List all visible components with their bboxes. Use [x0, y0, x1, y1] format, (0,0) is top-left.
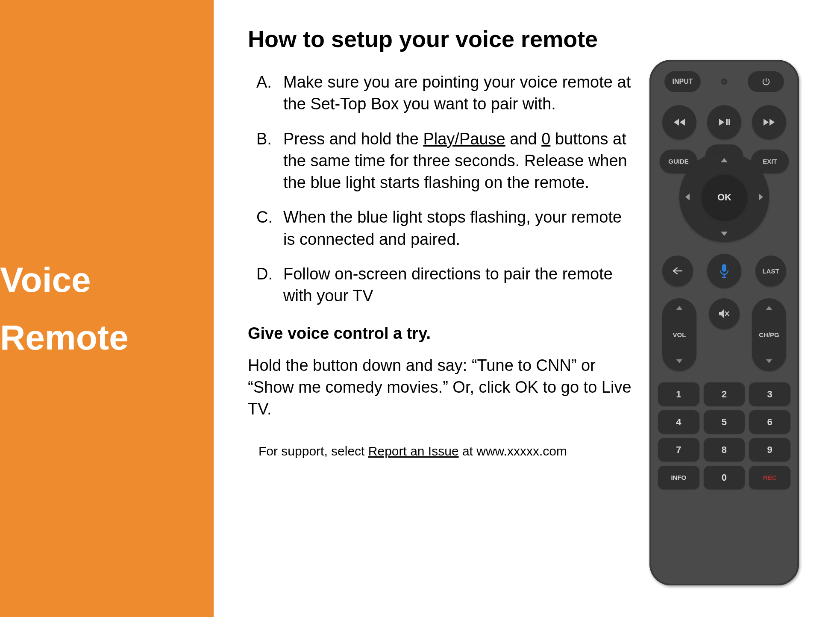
- sidebar-line-voice: Voice: [0, 251, 214, 308]
- svg-marker-2: [719, 119, 724, 126]
- num-8: 8: [704, 438, 745, 461]
- svg-rect-7: [722, 264, 726, 272]
- ch-up-icon: [766, 306, 772, 310]
- fast-forward-icon: [763, 118, 775, 126]
- rocker-row: VOL CH/PG: [658, 298, 790, 371]
- dpad-up-icon: [721, 158, 728, 162]
- num-9: 9: [749, 438, 790, 461]
- dpad-ring: OK: [679, 152, 769, 242]
- num-7: 7: [658, 438, 699, 461]
- text-column: How to setup your voice remote A. Make s…: [248, 26, 632, 604]
- info-button: INFO: [658, 466, 699, 489]
- setup-steps: A. Make sure you are pointing your voice…: [248, 71, 632, 307]
- step-marker: D.: [256, 263, 276, 307]
- sub-heading: Give voice control a try.: [248, 324, 632, 343]
- step-body: When the blue light stops flashing, your…: [283, 206, 632, 250]
- content-area: How to setup your voice remote A. Make s…: [214, 0, 840, 617]
- step-a: A. Make sure you are pointing your voice…: [248, 71, 632, 115]
- channel-rocker: CH/PG: [752, 298, 786, 371]
- sidebar-title: Voice Remote: [0, 251, 214, 367]
- ch-down-icon: [766, 359, 772, 363]
- play-pause-icon: [718, 118, 731, 126]
- step-marker: B.: [256, 128, 276, 194]
- remote-top-row: INPUT: [658, 71, 790, 92]
- num-5: 5: [704, 410, 745, 434]
- chpg-label: CH/PG: [759, 331, 779, 338]
- page-heading: How to setup your voice remote: [248, 26, 632, 52]
- step-body: Press and hold the Play/Pause and 0 butt…: [283, 128, 632, 194]
- dpad-left-icon: [685, 194, 690, 200]
- step-body: Follow on-screen directions to pair the …: [283, 263, 632, 307]
- step-b: B. Press and hold the Play/Pause and 0 b…: [248, 128, 632, 194]
- transport-row: [658, 105, 790, 139]
- dpad-down-icon: [721, 232, 728, 236]
- rewind-icon: [673, 118, 686, 126]
- num-3: 3: [749, 382, 790, 406]
- svg-marker-1: [680, 119, 685, 126]
- ok-button: OK: [702, 175, 747, 220]
- step-marker: A.: [256, 71, 276, 115]
- back-arrow-icon: [672, 267, 683, 275]
- num-0: 0: [704, 466, 745, 489]
- number-pad: 1 2 3 4 5 6 7 8 9 INFO 0 REC: [658, 382, 790, 489]
- svg-rect-4: [728, 119, 730, 125]
- vol-up-icon: [676, 306, 682, 310]
- sidebar: Voice Remote: [0, 0, 214, 617]
- report-issue-link: Report an Issue: [368, 444, 459, 458]
- mic-row: LAST: [658, 254, 790, 288]
- status-led: [721, 79, 727, 85]
- step-d: D. Follow on-screen directions to pair t…: [248, 263, 632, 307]
- microphone-icon: [719, 263, 730, 279]
- sidebar-line-remote: Remote: [0, 308, 214, 366]
- last-button: LAST: [755, 256, 786, 286]
- remote-device: INPUT GUIDE MEN: [649, 60, 799, 585]
- rewind-button: [662, 105, 696, 139]
- mute-button: [709, 298, 740, 329]
- svg-marker-5: [764, 119, 769, 126]
- voice-control-body: Hold the button down and say: “Tune to C…: [248, 355, 632, 420]
- support-line: For support, select Report an Issue at w…: [248, 444, 632, 458]
- underline-play-pause: Play/Pause: [423, 130, 505, 148]
- back-button: [662, 256, 693, 286]
- vol-down-icon: [676, 359, 682, 363]
- underline-zero: 0: [541, 130, 550, 148]
- num-2: 2: [704, 382, 745, 406]
- volume-rocker: VOL: [662, 298, 696, 371]
- dpad-area: GUIDE MENU EXIT OK: [658, 148, 790, 246]
- num-4: 4: [658, 410, 699, 434]
- svg-marker-0: [674, 119, 679, 126]
- num-6: 6: [749, 410, 790, 434]
- svg-marker-10: [719, 309, 724, 318]
- power-button: [748, 71, 784, 92]
- input-button: INPUT: [664, 71, 701, 92]
- remote-column: INPUT GUIDE MEN: [649, 26, 812, 604]
- num-1: 1: [658, 382, 699, 406]
- step-marker: C.: [256, 206, 276, 250]
- vol-label: VOL: [673, 331, 686, 338]
- step-c: C. When the blue light stops flashing, y…: [248, 206, 632, 250]
- voice-button: [707, 254, 741, 288]
- rec-button: REC: [749, 466, 790, 489]
- power-icon: [761, 77, 771, 86]
- svg-marker-6: [770, 119, 775, 126]
- mute-icon: [719, 308, 730, 319]
- fast-forward-button: [752, 105, 786, 139]
- play-pause-button: [707, 105, 741, 139]
- dpad-right-icon: [759, 194, 763, 200]
- step-body: Make sure you are pointing your voice re…: [283, 71, 632, 115]
- svg-rect-3: [726, 119, 728, 125]
- rocker-mid-col: [709, 298, 740, 329]
